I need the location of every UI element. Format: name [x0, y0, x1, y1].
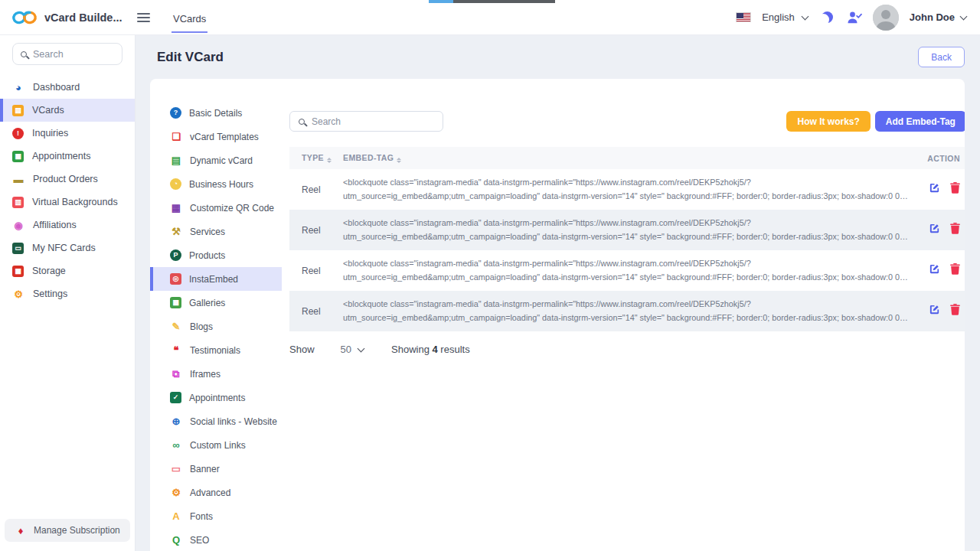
brand: vCard Builde...	[11, 8, 136, 27]
row-actions	[908, 263, 965, 278]
calendar-check-icon: ✓	[170, 392, 181, 403]
sidebar-item-dashboard[interactable]: ◕ Dashboard	[0, 76, 135, 99]
search-icon	[299, 119, 305, 125]
how-it-works-button[interactable]: How It works?	[786, 111, 870, 132]
video-progress-played	[429, 0, 453, 3]
edit-icon[interactable]	[929, 263, 940, 278]
menu-item-banner[interactable]: ▭ Banner	[150, 457, 282, 481]
menu-item-vcard-templates[interactable]: ❏ vCard Templates	[150, 125, 282, 148]
sidebar-item-my-nfc-cards[interactable]: ▭ My NFC Cards	[0, 236, 135, 259]
sort-icon[interactable]	[397, 158, 401, 164]
menu-item-products[interactable]: P Products	[150, 243, 282, 267]
manage-subscription-label: Manage Subscription	[34, 525, 120, 536]
table-row: Reel <blockquote class="instagram-media"…	[289, 250, 965, 291]
clock-icon: ◔	[170, 178, 181, 190]
alert-circle-icon: !	[12, 128, 24, 139]
coins-icon: ◉	[12, 220, 24, 230]
menu-item-dynamic-vcard[interactable]: ▤ Dynamic vCard	[150, 148, 282, 172]
menu-item-social-links-website[interactable]: ⊕ Social links - Website	[150, 409, 282, 433]
menu-item-appointments[interactable]: ✓ Appointments	[150, 386, 282, 409]
gear-icon: ⚙	[12, 289, 24, 299]
chevron-down-icon[interactable]	[960, 12, 968, 20]
gem-icon: ♦	[15, 526, 27, 536]
person-badge-icon: ▥	[12, 197, 24, 208]
menu-item-basic-details[interactable]: ? Basic Details	[150, 101, 282, 125]
row-embed-tag: <blockquote class="instagram-media" data…	[343, 298, 908, 324]
delete-icon[interactable]	[950, 223, 960, 237]
result-count: 4	[433, 344, 438, 355]
sidebar-item-settings[interactable]: ⚙ Settings	[0, 282, 135, 305]
top-navbar: vCard Builde... VCards English John Doe	[0, 0, 980, 35]
column-header-type[interactable]: TYPE	[289, 153, 343, 164]
delete-icon[interactable]	[950, 304, 960, 318]
row-embed-tag: <blockquote class="instagram-media" data…	[343, 217, 908, 243]
edit-icon[interactable]	[929, 182, 940, 197]
menu-item-testimonials[interactable]: ❝ Testimonials	[150, 338, 282, 362]
show-label: Show	[289, 344, 315, 355]
image-icon: ▩	[170, 297, 181, 308]
table-search-input[interactable]	[312, 116, 426, 127]
user-avatar[interactable]	[873, 5, 899, 31]
chevron-down-icon	[358, 344, 365, 352]
add-embed-tag-button[interactable]: Add Embed-Tag	[875, 111, 965, 132]
seo-search-icon: Q	[170, 535, 182, 545]
sidebar-search-input[interactable]	[33, 49, 109, 60]
account-check-icon[interactable]	[847, 11, 862, 24]
question-circle-icon: ?	[170, 107, 181, 119]
pie-chart-icon: ◕	[12, 83, 24, 93]
column-header-embed-tag[interactable]: EMBED-TAG	[343, 153, 908, 164]
table-row: Reel <blockquote class="instagram-media"…	[289, 169, 965, 210]
menu-item-fonts[interactable]: A Fonts	[150, 504, 282, 528]
chevron-down-icon[interactable]	[801, 12, 808, 20]
sidebar-item-appointments[interactable]: ▦ Appointments	[0, 145, 135, 168]
globe-icon: ⊕	[170, 416, 182, 426]
nfc-card-icon: ▭	[12, 243, 24, 254]
user-name[interactable]: John Doe	[910, 11, 955, 23]
video-progress-bar[interactable]	[429, 0, 555, 3]
wrench-icon: ⚒	[170, 227, 182, 236]
sidebar-item-affiliations[interactable]: ◉ Affiliations	[0, 214, 135, 236]
menu-item-instaembed[interactable]: ◎ InstaEmbed	[150, 267, 282, 291]
menu-item-customize-qr-code[interactable]: ▦ Customize QR Code	[150, 196, 282, 220]
hamburger-menu-icon[interactable]	[137, 13, 150, 22]
menu-item-blogs[interactable]: ✎ Blogs	[150, 315, 282, 338]
edit-icon[interactable]	[929, 223, 940, 237]
clipboard-icon: ▤	[170, 155, 182, 165]
topbar-right: English John Doe	[736, 5, 966, 31]
money-icon: ▬	[12, 174, 24, 184]
sidebar-nav: ◕ Dashboard ▤ VCards ! Inquiries ▦ Appoi…	[0, 76, 135, 305]
page-size-select[interactable]: 50	[341, 344, 364, 355]
sidebar-item-product-orders[interactable]: ▬ Product Orders	[0, 168, 135, 191]
table-row: Reel <blockquote class="instagram-media"…	[289, 291, 965, 331]
menu-item-iframes[interactable]: ⧉ Iframes	[150, 362, 282, 386]
sidebar-item-virtual-backgrounds[interactable]: ▥ Virtual Backgrounds	[0, 191, 135, 214]
sidebar-item-vcards[interactable]: ▤ VCards	[0, 99, 135, 122]
results-summary: Showing 4 results	[391, 344, 470, 355]
menu-item-services[interactable]: ⚒ Services	[150, 220, 282, 243]
row-actions	[908, 304, 965, 318]
sidebar-item-storage[interactable]: ▦ Storage	[0, 259, 135, 282]
column-header-action: ACTION	[908, 154, 965, 163]
delete-icon[interactable]	[950, 263, 960, 278]
template-icon: ❏	[170, 132, 182, 142]
language-selector-label[interactable]: English	[762, 11, 795, 23]
menu-item-business-hours[interactable]: ◔ Business Hours	[150, 172, 282, 196]
row-actions	[908, 182, 965, 197]
menu-item-galleries[interactable]: ▩ Galleries	[150, 291, 282, 315]
edit-icon[interactable]	[929, 304, 940, 318]
crop-icon: ⧉	[170, 369, 182, 379]
sidebar-item-inquiries[interactable]: ! Inquiries	[0, 122, 135, 145]
menu-item-seo[interactable]: Q SEO	[150, 528, 282, 551]
dark-mode-toggle-icon[interactable]	[822, 11, 833, 23]
sort-icon[interactable]	[327, 158, 332, 164]
back-button[interactable]: Back	[918, 47, 965, 67]
row-actions	[908, 223, 965, 237]
menu-item-custom-links[interactable]: ∞ Custom Links	[150, 433, 282, 457]
instaembed-content: How It works? Add Embed-Tag TYPE EMBED-T…	[282, 79, 965, 551]
tab-vcards[interactable]: VCards	[172, 2, 207, 33]
manage-subscription-button[interactable]: ♦ Manage Subscription	[5, 519, 130, 542]
delete-icon[interactable]	[950, 182, 960, 197]
brand-title: vCard Builde...	[44, 11, 122, 24]
menu-item-advanced[interactable]: ⚙ Advanced	[150, 481, 282, 504]
infinity-logo-icon	[11, 8, 38, 27]
